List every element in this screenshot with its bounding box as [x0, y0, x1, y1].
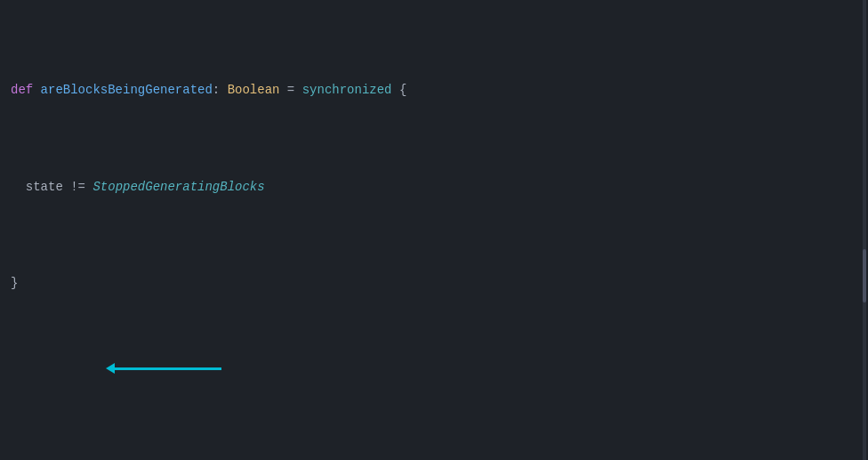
token: = — [279, 83, 301, 97]
token: : — [213, 83, 228, 97]
code-line-3: } — [0, 274, 868, 294]
code-line-2: state != StoppedGeneratingBlocks — [0, 178, 868, 198]
code-line-1: def areBlocksBeingGenerated: Boolean = s… — [0, 81, 868, 101]
token: Boolean — [228, 83, 280, 97]
arrow-line — [115, 367, 221, 370]
code-editor: def areBlocksBeingGenerated: Boolean = s… — [0, 0, 868, 460]
arrow-head-icon — [106, 363, 115, 374]
token: StoppedGeneratingBlocks — [92, 180, 264, 194]
token: state — [11, 180, 70, 194]
arrow-annotation — [107, 363, 221, 374]
token: { — [392, 83, 407, 97]
code-line-4 — [0, 371, 868, 391]
token: areBlocksBeingGenerated — [41, 83, 213, 97]
token: synchronized — [302, 83, 392, 97]
scrollbar-thumb[interactable] — [863, 249, 866, 303]
scrollbar[interactable] — [863, 0, 866, 460]
token: != — [70, 180, 85, 194]
token: def — [11, 83, 41, 97]
token: } — [11, 276, 18, 290]
